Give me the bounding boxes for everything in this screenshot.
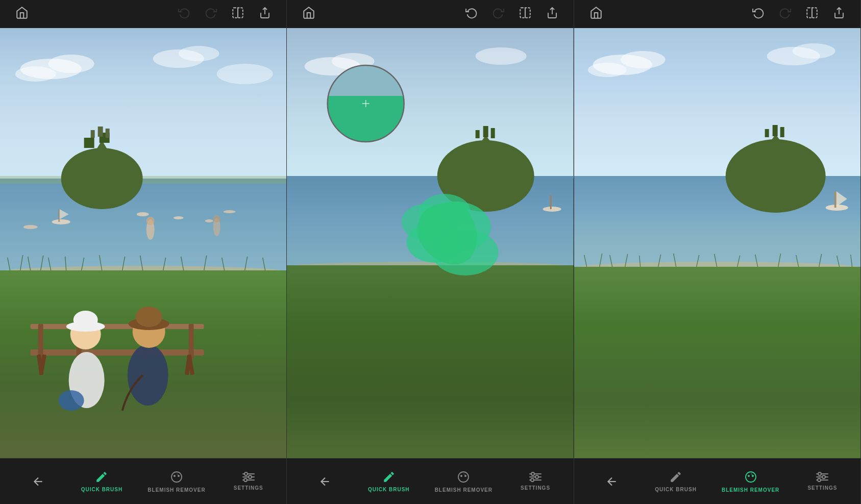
svg-rect-17 — [98, 127, 103, 137]
undo-icon-panel2[interactable] — [465, 7, 478, 22]
bottom-toolbar-panel3: Quick Brush Blemish Remover Settings — [574, 458, 860, 504]
settings-label-panel3: Settings — [807, 485, 837, 491]
settings-button-panel2[interactable]: Settings — [518, 472, 553, 491]
image-area-panel1 — [0, 28, 286, 458]
svg-rect-16 — [91, 130, 95, 138]
svg-point-26 — [23, 225, 38, 229]
settings-label-panel2: Settings — [521, 485, 550, 491]
svg-point-172 — [818, 478, 821, 482]
svg-point-27 — [224, 210, 236, 213]
bottom-toolbar-panel1: Quick Brush Blemish Remover Settings — [0, 458, 286, 504]
compare-icon-panel2[interactable] — [519, 6, 532, 22]
quick-brush-label-panel1: Quick Brush — [81, 487, 123, 492]
toolbar-right-panel2 — [465, 6, 558, 22]
svg-rect-46 — [31, 324, 204, 329]
blemish-remover-label-panel3: Blemish Remover — [722, 487, 779, 493]
svg-point-23 — [137, 212, 149, 216]
toolbar-left-panel2 — [302, 6, 315, 22]
svg-rect-3 — [0, 28, 286, 181]
quick-brush-label-panel3: Quick Brush — [655, 487, 697, 492]
svg-point-116 — [463, 473, 464, 474]
back-button-panel1[interactable] — [20, 475, 56, 488]
svg-rect-18 — [106, 129, 110, 138]
compare-icon[interactable] — [231, 6, 244, 22]
svg-marker-14 — [84, 138, 94, 148]
quick-brush-label-panel2: Quick Brush — [368, 487, 410, 492]
svg-point-120 — [531, 472, 534, 475]
image-area-panel3 — [574, 28, 860, 458]
toolbar-left-panel3 — [589, 6, 603, 22]
svg-point-166 — [751, 473, 752, 474]
svg-point-113 — [460, 475, 462, 477]
back-button-panel2[interactable] — [307, 475, 343, 488]
svg-point-59 — [59, 390, 84, 411]
svg-point-101 — [543, 207, 561, 212]
redo-icon[interactable] — [205, 7, 217, 22]
svg-rect-45 — [31, 349, 204, 356]
svg-point-58 — [73, 311, 98, 329]
svg-point-79 — [244, 478, 247, 482]
share-icon[interactable] — [259, 7, 271, 22]
blemish-remover-label-panel2: Blemish Remover — [435, 487, 493, 493]
panel-2: Quick Brush Blemish Remover Settings — [287, 0, 574, 504]
svg-point-129 — [587, 63, 626, 77]
svg-point-163 — [748, 475, 750, 477]
toolbar-right-panel3 — [752, 6, 845, 22]
quick-brush-button-panel1[interactable]: Quick Brush — [81, 470, 123, 492]
compare-icon-panel3[interactable] — [805, 6, 819, 22]
svg-point-170 — [818, 472, 821, 475]
toolbar-right-icons — [178, 6, 271, 22]
svg-point-70 — [174, 475, 176, 477]
svg-point-8 — [179, 46, 219, 61]
svg-point-73 — [177, 473, 178, 474]
redo-icon-panel3[interactable] — [779, 7, 791, 22]
undo-icon[interactable] — [178, 7, 190, 22]
svg-point-121 — [535, 475, 538, 478]
svg-point-24 — [174, 216, 184, 219]
bottom-toolbar-panel2: Quick Brush Blemish Remover Settings — [287, 458, 573, 504]
svg-point-112 — [458, 472, 469, 482]
svg-rect-48 — [189, 324, 194, 360]
share-icon-panel3[interactable] — [833, 7, 845, 22]
blemish-remover-button-panel3[interactable]: Blemish Remover — [722, 470, 779, 493]
svg-rect-143 — [574, 267, 860, 458]
undo-icon-panel3[interactable] — [752, 7, 765, 22]
svg-rect-137 — [780, 127, 784, 137]
svg-point-131 — [792, 43, 835, 59]
svg-rect-102 — [550, 195, 552, 209]
svg-rect-47 — [38, 324, 43, 360]
svg-point-60 — [128, 344, 168, 406]
panel-1: Quick Brush Blemish Remover Settings — [0, 0, 287, 504]
quick-brush-button-panel3[interactable]: Quick Brush — [655, 470, 697, 492]
svg-rect-93 — [491, 128, 495, 138]
blemish-remover-button-panel1[interactable]: Blemish Remover — [147, 470, 205, 493]
svg-rect-95 — [287, 265, 573, 458]
svg-point-171 — [822, 475, 825, 478]
image-area-panel2[interactable] — [287, 28, 573, 458]
svg-point-69 — [171, 472, 182, 482]
home-icon-panel3[interactable] — [589, 6, 603, 22]
settings-button-panel1[interactable]: Settings — [231, 472, 266, 491]
svg-point-9 — [217, 64, 273, 84]
svg-point-20 — [52, 219, 70, 224]
quick-brush-button-panel2[interactable]: Quick Brush — [368, 470, 410, 492]
blemish-remover-button-panel2[interactable]: Blemish Remover — [435, 470, 493, 493]
svg-point-128 — [620, 51, 665, 68]
svg-rect-11 — [0, 176, 286, 184]
back-button-panel3[interactable] — [594, 475, 630, 488]
svg-point-78 — [249, 475, 252, 478]
svg-point-6 — [15, 66, 56, 82]
svg-rect-136 — [772, 125, 777, 136]
svg-point-25 — [205, 219, 213, 222]
share-icon-panel2[interactable] — [546, 7, 558, 22]
home-icon-panel2[interactable] — [302, 6, 315, 22]
svg-rect-91 — [476, 130, 480, 138]
settings-button-panel3[interactable]: Settings — [804, 472, 840, 491]
svg-point-67 — [213, 215, 220, 222]
redo-icon-panel2[interactable] — [492, 7, 504, 22]
svg-rect-135 — [765, 129, 769, 137]
svg-point-77 — [244, 472, 248, 475]
home-icon[interactable] — [15, 6, 29, 22]
toolbar-left-icons — [15, 6, 29, 22]
svg-point-162 — [746, 472, 756, 482]
